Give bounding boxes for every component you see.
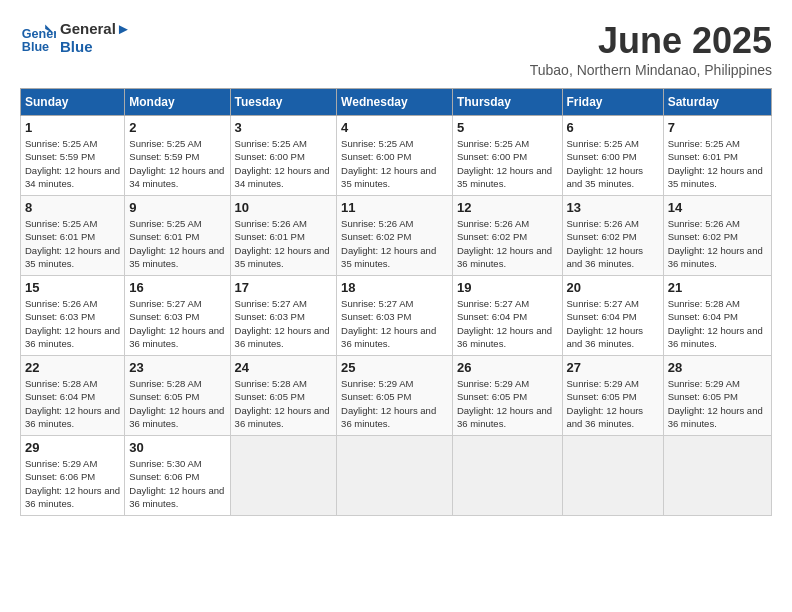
day-number: 6 (567, 120, 659, 135)
day-number: 9 (129, 200, 225, 215)
day-info: Sunrise: 5:25 AMSunset: 6:00 PMDaylight:… (457, 138, 552, 189)
calendar-cell: 19 Sunrise: 5:27 AMSunset: 6:04 PMDaylig… (452, 276, 562, 356)
calendar-cell: 13 Sunrise: 5:26 AMSunset: 6:02 PMDaylig… (562, 196, 663, 276)
calendar-cell: 27 Sunrise: 5:29 AMSunset: 6:05 PMDaylig… (562, 356, 663, 436)
location-title: Tubao, Northern Mindanao, Philippines (530, 62, 772, 78)
calendar-cell: 7 Sunrise: 5:25 AMSunset: 6:01 PMDayligh… (663, 116, 771, 196)
calendar-cell: 18 Sunrise: 5:27 AMSunset: 6:03 PMDaylig… (337, 276, 453, 356)
day-info: Sunrise: 5:25 AMSunset: 6:01 PMDaylight:… (668, 138, 763, 189)
calendar-cell: 4 Sunrise: 5:25 AMSunset: 6:00 PMDayligh… (337, 116, 453, 196)
svg-text:Blue: Blue (22, 40, 49, 54)
day-number: 12 (457, 200, 558, 215)
day-info: Sunrise: 5:29 AMSunset: 6:05 PMDaylight:… (567, 378, 644, 429)
day-header-wednesday: Wednesday (337, 89, 453, 116)
week-row-5: 29 Sunrise: 5:29 AMSunset: 6:06 PMDaylig… (21, 436, 772, 516)
title-area: June 2025 Tubao, Northern Mindanao, Phil… (530, 20, 772, 78)
calendar-table: SundayMondayTuesdayWednesdayThursdayFrid… (20, 88, 772, 516)
calendar-cell: 1 Sunrise: 5:25 AMSunset: 5:59 PMDayligh… (21, 116, 125, 196)
day-number: 5 (457, 120, 558, 135)
day-number: 23 (129, 360, 225, 375)
day-info: Sunrise: 5:27 AMSunset: 6:03 PMDaylight:… (129, 298, 224, 349)
calendar-cell: 8 Sunrise: 5:25 AMSunset: 6:01 PMDayligh… (21, 196, 125, 276)
day-info: Sunrise: 5:29 AMSunset: 6:05 PMDaylight:… (341, 378, 436, 429)
day-number: 26 (457, 360, 558, 375)
day-info: Sunrise: 5:25 AMSunset: 5:59 PMDaylight:… (25, 138, 120, 189)
day-info: Sunrise: 5:28 AMSunset: 6:05 PMDaylight:… (129, 378, 224, 429)
day-number: 19 (457, 280, 558, 295)
calendar-cell: 17 Sunrise: 5:27 AMSunset: 6:03 PMDaylig… (230, 276, 337, 356)
day-number: 13 (567, 200, 659, 215)
day-info: Sunrise: 5:29 AMSunset: 6:06 PMDaylight:… (25, 458, 120, 509)
day-info: Sunrise: 5:28 AMSunset: 6:05 PMDaylight:… (235, 378, 330, 429)
day-info: Sunrise: 5:28 AMSunset: 6:04 PMDaylight:… (25, 378, 120, 429)
day-number: 22 (25, 360, 120, 375)
calendar-cell: 25 Sunrise: 5:29 AMSunset: 6:05 PMDaylig… (337, 356, 453, 436)
calendar-cell: 22 Sunrise: 5:28 AMSunset: 6:04 PMDaylig… (21, 356, 125, 436)
day-number: 29 (25, 440, 120, 455)
calendar-cell: 24 Sunrise: 5:28 AMSunset: 6:05 PMDaylig… (230, 356, 337, 436)
day-info: Sunrise: 5:26 AMSunset: 6:03 PMDaylight:… (25, 298, 120, 349)
day-number: 11 (341, 200, 448, 215)
day-info: Sunrise: 5:25 AMSunset: 6:01 PMDaylight:… (25, 218, 120, 269)
day-info: Sunrise: 5:29 AMSunset: 6:05 PMDaylight:… (457, 378, 552, 429)
day-number: 24 (235, 360, 333, 375)
calendar-cell: 16 Sunrise: 5:27 AMSunset: 6:03 PMDaylig… (125, 276, 230, 356)
calendar-cell: 30 Sunrise: 5:30 AMSunset: 6:06 PMDaylig… (125, 436, 230, 516)
day-info: Sunrise: 5:26 AMSunset: 6:02 PMDaylight:… (341, 218, 436, 269)
day-info: Sunrise: 5:25 AMSunset: 6:00 PMDaylight:… (567, 138, 644, 189)
day-number: 15 (25, 280, 120, 295)
logo: General Blue General► Blue (20, 20, 131, 56)
calendar-cell: 21 Sunrise: 5:28 AMSunset: 6:04 PMDaylig… (663, 276, 771, 356)
day-info: Sunrise: 5:26 AMSunset: 6:02 PMDaylight:… (567, 218, 644, 269)
day-info: Sunrise: 5:26 AMSunset: 6:02 PMDaylight:… (668, 218, 763, 269)
calendar-cell: 20 Sunrise: 5:27 AMSunset: 6:04 PMDaylig… (562, 276, 663, 356)
day-info: Sunrise: 5:25 AMSunset: 5:59 PMDaylight:… (129, 138, 224, 189)
day-info: Sunrise: 5:26 AMSunset: 6:01 PMDaylight:… (235, 218, 330, 269)
week-row-2: 8 Sunrise: 5:25 AMSunset: 6:01 PMDayligh… (21, 196, 772, 276)
calendar-cell: 9 Sunrise: 5:25 AMSunset: 6:01 PMDayligh… (125, 196, 230, 276)
calendar-cell: 2 Sunrise: 5:25 AMSunset: 5:59 PMDayligh… (125, 116, 230, 196)
calendar-cell (337, 436, 453, 516)
day-number: 2 (129, 120, 225, 135)
calendar-cell: 6 Sunrise: 5:25 AMSunset: 6:00 PMDayligh… (562, 116, 663, 196)
day-info: Sunrise: 5:27 AMSunset: 6:03 PMDaylight:… (235, 298, 330, 349)
calendar-cell: 23 Sunrise: 5:28 AMSunset: 6:05 PMDaylig… (125, 356, 230, 436)
day-number: 8 (25, 200, 120, 215)
day-number: 7 (668, 120, 767, 135)
calendar-cell (452, 436, 562, 516)
calendar-cell (663, 436, 771, 516)
day-number: 27 (567, 360, 659, 375)
day-number: 18 (341, 280, 448, 295)
day-number: 17 (235, 280, 333, 295)
logo-text: General► Blue (60, 20, 131, 56)
day-number: 16 (129, 280, 225, 295)
calendar-cell: 26 Sunrise: 5:29 AMSunset: 6:05 PMDaylig… (452, 356, 562, 436)
day-info: Sunrise: 5:25 AMSunset: 6:00 PMDaylight:… (341, 138, 436, 189)
week-row-3: 15 Sunrise: 5:26 AMSunset: 6:03 PMDaylig… (21, 276, 772, 356)
day-number: 30 (129, 440, 225, 455)
day-number: 1 (25, 120, 120, 135)
day-number: 21 (668, 280, 767, 295)
day-info: Sunrise: 5:25 AMSunset: 6:01 PMDaylight:… (129, 218, 224, 269)
day-header-friday: Friday (562, 89, 663, 116)
day-header-sunday: Sunday (21, 89, 125, 116)
calendar-cell: 11 Sunrise: 5:26 AMSunset: 6:02 PMDaylig… (337, 196, 453, 276)
day-info: Sunrise: 5:29 AMSunset: 6:05 PMDaylight:… (668, 378, 763, 429)
header: General Blue General► Blue June 2025 Tub… (20, 20, 772, 78)
day-info: Sunrise: 5:25 AMSunset: 6:00 PMDaylight:… (235, 138, 330, 189)
week-row-1: 1 Sunrise: 5:25 AMSunset: 5:59 PMDayligh… (21, 116, 772, 196)
calendar-cell: 5 Sunrise: 5:25 AMSunset: 6:00 PMDayligh… (452, 116, 562, 196)
header-row: SundayMondayTuesdayWednesdayThursdayFrid… (21, 89, 772, 116)
calendar-cell: 12 Sunrise: 5:26 AMSunset: 6:02 PMDaylig… (452, 196, 562, 276)
day-header-tuesday: Tuesday (230, 89, 337, 116)
day-info: Sunrise: 5:27 AMSunset: 6:04 PMDaylight:… (567, 298, 644, 349)
day-info: Sunrise: 5:27 AMSunset: 6:03 PMDaylight:… (341, 298, 436, 349)
month-title: June 2025 (530, 20, 772, 62)
calendar-cell: 28 Sunrise: 5:29 AMSunset: 6:05 PMDaylig… (663, 356, 771, 436)
day-info: Sunrise: 5:28 AMSunset: 6:04 PMDaylight:… (668, 298, 763, 349)
day-number: 25 (341, 360, 448, 375)
day-number: 10 (235, 200, 333, 215)
calendar-cell: 14 Sunrise: 5:26 AMSunset: 6:02 PMDaylig… (663, 196, 771, 276)
calendar-cell: 3 Sunrise: 5:25 AMSunset: 6:00 PMDayligh… (230, 116, 337, 196)
calendar-cell: 10 Sunrise: 5:26 AMSunset: 6:01 PMDaylig… (230, 196, 337, 276)
